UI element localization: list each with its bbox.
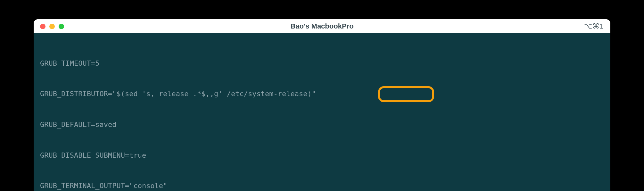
minimize-button[interactable]: [49, 24, 55, 29]
terminal-line: GRUB_DISTRIBUTOR="$(sed 's, release .*$,…: [40, 89, 604, 99]
close-button[interactable]: [40, 24, 45, 29]
shortcut-indicator: ⌥⌘1: [584, 22, 604, 30]
titlebar: Bao's MacbookPro ⌥⌘1: [34, 19, 610, 33]
maximize-button[interactable]: [59, 24, 64, 29]
terminal-content[interactable]: GRUB_TIMEOUT=5 GRUB_DISTRIBUTOR="$(sed '…: [40, 38, 604, 191]
terminal-line: GRUB_TERMINAL_OUTPUT="console": [40, 181, 604, 191]
terminal-line: GRUB_DEFAULT=saved: [40, 120, 604, 130]
window-title: Bao's MacbookPro: [290, 22, 353, 30]
terminal-body[interactable]: GRUB_TIMEOUT=5 GRUB_DISTRIBUTOR="$(sed '…: [34, 33, 610, 191]
terminal-window: Bao's MacbookPro ⌥⌘1 GRUB_TIMEOUT=5 GRUB…: [34, 19, 610, 191]
terminal-line: GRUB_TIMEOUT=5: [40, 58, 604, 69]
traffic-lights: [40, 24, 64, 29]
terminal-line: GRUB_DISABLE_SUBMENU=true: [40, 150, 604, 161]
